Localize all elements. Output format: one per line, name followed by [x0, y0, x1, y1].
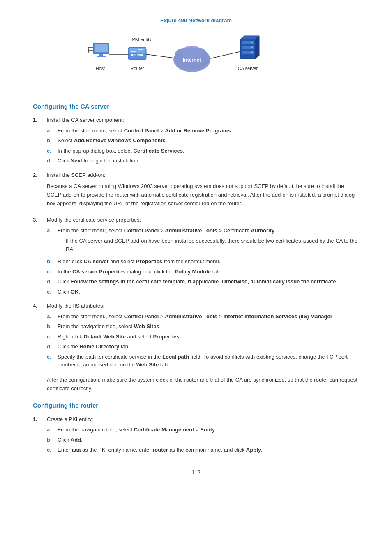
step-3c-content: In the CA server Properties dialog box, …: [58, 268, 359, 276]
svg-text:ROUTER: ROUTER: [131, 54, 143, 57]
step-3d: Click Follow the settings in the certifi…: [47, 278, 359, 286]
svg-marker-27: [255, 36, 259, 59]
step-2-content: Install the SCEP add-on: Because a CA se…: [47, 171, 359, 212]
router-step-1c-content: Enter aaa as the PKI entity name, enter …: [58, 446, 359, 454]
step-4: Modify the IIS attributes: From the star…: [33, 302, 359, 371]
router-steps: Create a PKI entity: From the navigation…: [33, 415, 359, 456]
step-4a-content: From the start menu, select Control Pane…: [58, 313, 359, 321]
network-diagram: Host PKI entity ROUTER Router: [81, 29, 311, 90]
step-2: Install the SCEP add-on: Because a CA se…: [33, 171, 359, 212]
router-step-1b-content: Click Add.: [58, 436, 359, 444]
router-step-1: Create a PKI entity: From the navigation…: [33, 415, 359, 456]
step-4c: Right-click Default Web Site and select …: [47, 333, 359, 341]
step-1-intro: Install the CA server component:: [47, 117, 124, 123]
step-3e: Click OK.: [47, 288, 359, 296]
step-3-subs: From the start menu, select Control Pane…: [47, 227, 359, 296]
svg-point-24: [251, 46, 253, 48]
step-1c: In the pop-up dialog box, select Certifi…: [47, 147, 359, 155]
step-3e-content: Click OK.: [58, 288, 359, 296]
section-router: Configuring the router Create a PKI enti…: [33, 401, 359, 456]
step-3b: Right-click CA server and select Propert…: [47, 257, 359, 266]
step-2-note: Because a CA server running Windows 2003…: [47, 182, 359, 208]
page-number: 112: [33, 468, 359, 477]
router-step-1a: From the navigation tree, select Certifi…: [47, 426, 359, 434]
step-4d-content: Click the Home Directory tab.: [58, 343, 359, 351]
router-step-1-subs: From the navigation tree, select Certifi…: [47, 426, 359, 454]
router-label: Router: [130, 66, 144, 71]
section-ca-server: Configuring the CA server Install the CA…: [33, 102, 359, 393]
step-4b: From the navigation tree, select Web Sit…: [47, 322, 359, 331]
step-3a-note: If the CA server and SCEP add-on have be…: [66, 237, 359, 253]
step-3c: In the CA server Properties dialog box, …: [47, 268, 359, 276]
svg-point-25: [251, 51, 253, 53]
step-4-intro: Modify the IIS attributes:: [47, 303, 104, 309]
step-1-subs: From the start menu, select Control Pane…: [47, 127, 359, 165]
svg-point-23: [251, 42, 253, 43]
svg-rect-1: [95, 44, 108, 52]
step-1b-content: Select Add/Remove Windows Components.: [58, 137, 359, 145]
router-step-1c: Enter aaa as the PKI entity name, enter …: [47, 446, 359, 454]
step-1d: Click Next to begin the installation.: [47, 157, 359, 165]
svg-rect-2: [99, 54, 103, 56]
section-ca-heading: Configuring the CA server: [33, 102, 359, 111]
step-3-content: Modify the certificate service propertie…: [47, 216, 359, 298]
step-3a-content: From the start menu, select Control Pane…: [58, 227, 359, 256]
step-4-content: Modify the IIS attributes: From the star…: [47, 302, 359, 371]
router-step-1-intro: Create a PKI entity:: [47, 416, 93, 422]
step-1b: Select Add/Remove Windows Components.: [47, 137, 359, 145]
svg-rect-9: [129, 48, 145, 53]
step-1c-content: In the pop-up dialog box, select Certifi…: [58, 147, 359, 155]
section-router-heading: Configuring the router: [33, 401, 359, 410]
svg-text:Internet: Internet: [183, 57, 201, 63]
router-step-1a-content: From the navigation tree, select Certifi…: [58, 426, 359, 434]
pki-entity-label: PKI entity: [132, 37, 152, 42]
step-3a: From the start menu, select Control Pane…: [47, 227, 359, 256]
line-router-internet: [146, 54, 178, 58]
step-1a-content: From the start menu, select Control Pane…: [58, 127, 359, 135]
internet-cloud: Internet: [173, 46, 210, 72]
router-step-1b: Click Add.: [47, 436, 359, 444]
step-4-subs: From the start menu, select Control Pane…: [47, 313, 359, 369]
step-1a: From the start menu, select Control Pane…: [47, 127, 359, 135]
figure-title: Figure 499 Network diagram: [33, 16, 359, 25]
figure-section: Figure 499 Network diagram Host PKI enti…: [33, 16, 359, 90]
host-label: Host: [96, 66, 105, 71]
step-4b-content: From the navigation tree, select Web Sit…: [58, 322, 359, 331]
svg-rect-3: [97, 56, 106, 57]
step-3-intro: Modify the certificate service propertie…: [47, 217, 141, 223]
section1-footer: After the configuration, make sure the s…: [47, 376, 359, 393]
step-4a: From the start menu, select Control Pane…: [47, 313, 359, 321]
step-1: Install the CA server component: From th…: [33, 116, 359, 167]
router-step-1-content: Create a PKI entity: From the navigation…: [47, 415, 359, 456]
step-3d-content: Click Follow the settings in the certifi…: [58, 278, 359, 286]
step-3b-content: Right-click CA server and select Propert…: [58, 257, 359, 266]
ca-server-icon: [240, 36, 259, 59]
step-1-content: Install the CA server component: From th…: [47, 116, 359, 167]
step-4c-content: Right-click Default Web Site and select …: [58, 333, 359, 341]
step-4e-content: Specify the path for certificate service…: [58, 353, 359, 369]
step-4d: Click the Home Directory tab.: [47, 343, 359, 351]
ca-server-steps: Install the CA server component: From th…: [33, 116, 359, 371]
step-4e: Specify the path for certificate service…: [47, 353, 359, 369]
step-3: Modify the certificate service propertie…: [33, 216, 359, 298]
step-2-intro: Install the SCEP add-on:: [47, 172, 105, 178]
step-1d-content: Click Next to begin the installation.: [58, 157, 359, 165]
line-internet-ca: [210, 51, 241, 58]
ca-server-label: CA server: [238, 66, 258, 71]
